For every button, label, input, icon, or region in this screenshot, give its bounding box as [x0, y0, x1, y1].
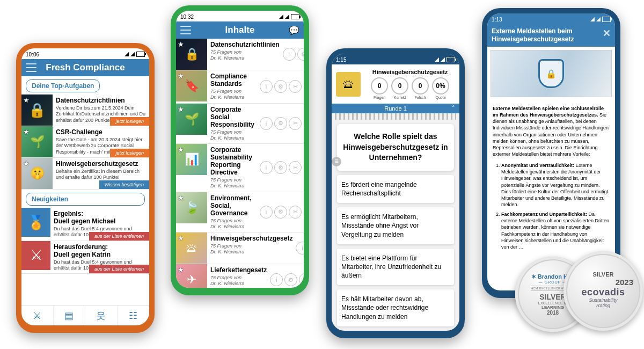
gear-icon[interactable]: ⚙ [274, 161, 287, 174]
answer-option[interactable]: Es bietet eine Plattform für Mitarbeiter… [337, 249, 454, 286]
quiz-header-block: 🛎 Hinweisgeberschutzgesetz 0Fragen 0Korr… [332, 64, 459, 104]
close-icon[interactable]: ✕ [603, 27, 611, 39]
content-row[interactable]: ★🛎Hinweisgeberschutzgesetz75 Fragen von … [176, 232, 304, 264]
stat-fragen: 0Fragen [371, 77, 388, 99]
tab-profile-icon[interactable]: 웃 [85, 306, 118, 325]
article-hero: 🔒 [491, 50, 612, 97]
answer-option[interactable]: Es hält Mitarbeiter davon ab, Missstände… [337, 289, 454, 326]
gear-icon[interactable]: ⚙ [274, 206, 287, 219]
stat-label: Korrekt [391, 96, 408, 99]
info-icon[interactable]: i [260, 117, 273, 130]
task-title: CSR-Challenge [56, 128, 146, 136]
tools-icon[interactable]: ✂ [299, 273, 304, 286]
news-row[interactable]: 🏅 Ergebnis: Duell gegen Michael Du hast … [21, 208, 149, 241]
app-header: Fresh Compliance [21, 59, 149, 76]
clock: 10:06 [26, 52, 39, 57]
header-title: Inhalte [191, 25, 289, 35]
tab-calendar-icon[interactable]: ☷ [118, 306, 150, 325]
task-cta[interactable]: jetzt loslegen [110, 117, 149, 126]
point-body: Da externe Meldestellen oft von speziali… [501, 212, 609, 250]
tools-icon[interactable]: ✂ [289, 161, 302, 174]
gear-icon[interactable]: ⚙ [274, 117, 287, 130]
task-thumb-lock: ★🔒 [21, 94, 53, 126]
round-bar[interactable]: Runde 1˄ [332, 104, 459, 113]
content-text: Environment, Social, Governance75 Fragen… [207, 192, 260, 232]
content-meta: 75 Fragen von Dr. K. Niewiarra [210, 177, 257, 190]
answer-option[interactable]: Es ermöglicht Mitarbeitern, Missstände o… [337, 207, 454, 244]
gear-icon[interactable]: ⚙ [297, 48, 304, 61]
task-row[interactable]: ★🌱 CSR-Challenge Save the Date - am 20.3… [21, 126, 149, 158]
task-cta[interactable]: jetzt loslegen [110, 149, 149, 157]
content-row[interactable]: ★🔖Compliance Standards75 Fragen von Dr. … [176, 70, 304, 104]
chat-icon[interactable]: 💬 [289, 25, 299, 35]
content-row[interactable]: ★🔒Datenschutzrichtlinien75 Fragen von Dr… [176, 39, 304, 70]
shield-lock-icon: 🔒 [538, 59, 564, 88]
answers: Es fördert eine mangelnde Rechenschaftsp… [332, 175, 459, 331]
phone-1-frame: 10:06 Fresh Compliance Deine Top-Aufgabe… [16, 43, 155, 333]
ev-silver: SILVER [593, 271, 614, 278]
bh-group: — GROUP — [539, 280, 567, 284]
content-meta: 75 Fragen von Dr. K. Niewiarra [210, 243, 292, 256]
menu-icon[interactable] [26, 63, 36, 72]
content-row[interactable]: ★✈Lieferkettengesetz75 Fragen von Dr. K.… [176, 264, 304, 288]
stat-value: 0 [371, 77, 388, 94]
menu-icon[interactable] [180, 26, 191, 34]
news-remove[interactable]: aus der Liste entfernen [89, 232, 149, 241]
star-icon: ★ [178, 146, 184, 154]
star-icon: ★ [178, 266, 184, 274]
content-row[interactable]: ★🍃Environment, Social, Governance75 Frag… [176, 192, 304, 233]
info-icon[interactable]: i [270, 273, 283, 286]
point-heading: Fachkompetenz und Unparteilichkeit: [501, 212, 587, 217]
stats-block: Hinweisgeberschutzgesetz 0Fragen 0Korrek… [365, 69, 455, 99]
ecovadis-badge: SILVER 2023 ecovadis Sustainability Rati… [564, 251, 643, 331]
task-cta[interactable]: Wissen bestätigen [99, 180, 149, 189]
news-row[interactable]: ⚔ Herausforderung: Duell gegen Katrin Du… [21, 241, 149, 274]
content-meta: 75 Fragen von Dr. K. Niewiarra [210, 49, 280, 62]
info-icon[interactable]: i [260, 80, 273, 93]
article-lead-bold: Externe Meldestellen spielen eine Schlüs… [493, 106, 604, 118]
bh-year: 2018 [547, 310, 559, 316]
task-row[interactable]: ★🔒 Datenschutzrichtlinien Verdiene Dir b… [21, 94, 149, 126]
stat-value: 0 [412, 77, 429, 94]
tools-icon[interactable]: ✂ [289, 80, 302, 93]
gear-icon[interactable]: ⚙ [274, 80, 287, 93]
info-icon[interactable]: i [260, 161, 273, 174]
gear-icon[interactable]: ⚙ [284, 273, 297, 286]
answer-option[interactable]: Es fördert eine mangelnde Rechenschaftsp… [337, 175, 454, 203]
tab-bar: ⚔ ▤ 웃 ☷ [21, 306, 149, 325]
question-text: Welche Rolle spielt das Hinweisgeberschu… [343, 132, 448, 162]
content-text: Datenschutzrichtlinien75 Fragen von Dr. … [207, 39, 283, 70]
star-icon: ★ [178, 40, 184, 48]
stat-korrekt: 0Korrekt [391, 77, 408, 99]
content-text: Lieferkettengesetz75 Fragen von Dr. K. N… [207, 264, 270, 288]
news-text: Ergebnis: Duell gegen Michael Du hast da… [50, 208, 149, 241]
tab-duel-icon[interactable]: ⚔ [21, 306, 54, 325]
task-title: Hinweisgeberschutzgesetz [56, 160, 146, 168]
content-thumb: ★🔒 [176, 39, 207, 70]
point-body: Externe Meldestellen gewährleisten die A… [501, 163, 608, 207]
info-icon[interactable]: i [260, 206, 273, 219]
status-icons [279, 14, 299, 19]
info-icon[interactable]: i [283, 48, 296, 61]
article-point: Anonymität und Vertraulichkeit: Externe … [501, 162, 610, 208]
tab-library-icon[interactable]: ▤ [54, 306, 86, 325]
info-icon[interactable]: i [296, 242, 304, 255]
stats-row: 0Fragen 0Korrekt 0Falsch 0%Quote [365, 77, 455, 99]
news-title: Herausforderung: Duell gegen Katrin [54, 243, 146, 258]
content-actions: i⚙✂ [260, 144, 304, 192]
news-remove[interactable]: aus der Liste entfernen [89, 265, 149, 273]
content-row[interactable]: ★🌱Corporate Social Responsibility75 Frag… [176, 104, 304, 144]
content-thumb: ★🔖 [176, 70, 207, 101]
stat-label: Fragen [371, 96, 388, 99]
tools-icon[interactable]: ✂ [289, 117, 302, 130]
task-text: Hinweisgeberschutzgesetz Behalte ein Zer… [53, 158, 149, 189]
phone-3-screen: 1:15 🛎 Hinweisgeberschutzgesetz 0Fragen … [332, 54, 459, 331]
tools-icon[interactable]: ✂ [289, 206, 302, 219]
task-row[interactable]: ★🤫 Hinweisgeberschutzgesetz Behalte ein … [21, 158, 149, 190]
content-row[interactable]: ★📊Corporate Sustainability Reporting Dir… [176, 144, 304, 192]
article-lead: Externe Meldestellen spielen eine Schlüs… [493, 105, 610, 157]
phone-4-screen: 1:13 Externe Meldestellen beim Hinweisge… [487, 13, 615, 290]
stat-value: 0% [432, 77, 449, 94]
content-meta: 75 Fragen von Dr. K. Niewiarra [210, 218, 257, 230]
hint-icon[interactable]: ≡ [332, 157, 341, 166]
